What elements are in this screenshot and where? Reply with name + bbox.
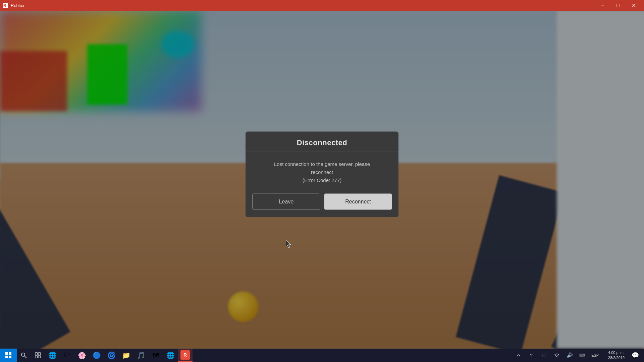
search-taskbar-button[interactable] [17, 349, 31, 362]
svg-rect-11 [35, 356, 38, 358]
taskbar-app-roblox[interactable]: R [178, 349, 193, 362]
disconnected-dialog: Disconnected Lost connection to the game… [246, 132, 398, 217]
taskbar-app-chrome[interactable]: 🌐 [163, 349, 178, 362]
titlebar-controls: − □ ✕ [595, 0, 641, 11]
wifi-icon [554, 353, 559, 358]
svg-rect-3 [5, 352, 8, 355]
tray-help-icon[interactable]: ? [525, 349, 537, 362]
taskbar-app-pink[interactable]: 🌸 [74, 349, 89, 362]
dialog-actions: Leave Reconnect [246, 194, 398, 217]
window-title: Roblox [11, 3, 24, 8]
tray-volume-icon[interactable]: 🔊 [564, 349, 576, 362]
svg-point-13 [556, 356, 557, 357]
search-icon [21, 352, 27, 358]
taskbar-app-netscape[interactable]: 🌐 [45, 349, 60, 362]
svg-line-8 [24, 356, 26, 358]
message-line1: Lost connection to the game server, plea… [274, 161, 370, 167]
svg-rect-10 [38, 353, 41, 355]
svg-rect-12 [38, 356, 41, 358]
taskbar-app-maps[interactable]: 🗺 [148, 349, 163, 362]
system-tray: ? 🛡 🔊 ⌨ ESP 4:00 p. m. 28/2/2019 💬 [513, 349, 644, 362]
svg-rect-9 [35, 353, 38, 355]
start-button[interactable] [0, 349, 17, 362]
tray-keyboard-icon[interactable]: ⌨ [576, 349, 588, 362]
clock-date: 28/2/2019 [608, 355, 625, 360]
svg-rect-4 [9, 352, 11, 355]
message-line2: reconnect [311, 169, 333, 175]
restore-button[interactable]: □ [610, 0, 626, 11]
chevron-up-icon [517, 353, 521, 357]
leave-button[interactable]: Leave [252, 194, 320, 210]
clock[interactable]: 4:00 p. m. 28/2/2019 [602, 349, 629, 362]
svg-rect-5 [5, 356, 8, 358]
task-view-button[interactable] [31, 349, 45, 362]
windows-icon [5, 352, 11, 358]
message-line3: (Error Code: 277) [303, 177, 342, 183]
taskbar-app-ext[interactable]: 🔵 [89, 349, 104, 362]
taskbar-apps: 🌐 🛡 🌸 🔵 🌀 📁 🎵 🗺 🌐 R [45, 349, 513, 362]
close-button[interactable]: ✕ [626, 0, 641, 11]
roblox-logo-icon: R [3, 3, 8, 8]
taskbar-app-music[interactable]: 🎵 [133, 349, 148, 362]
reconnect-button[interactable]: Reconnect [324, 194, 392, 210]
titlebar-left: R Roblox [3, 3, 24, 8]
roblox-app-icon: R [180, 350, 190, 360]
tray-esp-label: ESP [589, 349, 601, 362]
taskbar-app-ext2[interactable]: 🌀 [104, 349, 119, 362]
dialog-message: Lost connection to the game server, plea… [256, 160, 388, 184]
dialog-title: Disconnected [297, 138, 347, 147]
dialog-body: Lost connection to the game server, plea… [246, 152, 398, 194]
clock-time: 4:00 p. m. [608, 350, 625, 355]
tray-expand-button[interactable] [513, 349, 525, 362]
taskbar-app-files[interactable]: 📁 [119, 349, 133, 362]
tray-wifi-icon[interactable] [551, 349, 563, 362]
titlebar: R Roblox − □ ✕ [0, 0, 644, 11]
taskbar: 🌐 🛡 🌸 🔵 🌀 📁 🎵 🗺 🌐 R ? 🛡 [0, 349, 644, 362]
taskbar-app-avast[interactable]: 🛡 [60, 349, 74, 362]
minimize-button[interactable]: − [595, 0, 610, 11]
dialog-header: Disconnected [246, 132, 398, 152]
svg-rect-6 [9, 356, 11, 358]
task-view-icon [35, 352, 41, 358]
svg-point-7 [21, 353, 25, 356]
svg-text:R: R [3, 3, 6, 8]
tray-shield-icon[interactable]: 🛡 [538, 349, 550, 362]
notification-center-button[interactable]: 💬 [629, 349, 641, 362]
